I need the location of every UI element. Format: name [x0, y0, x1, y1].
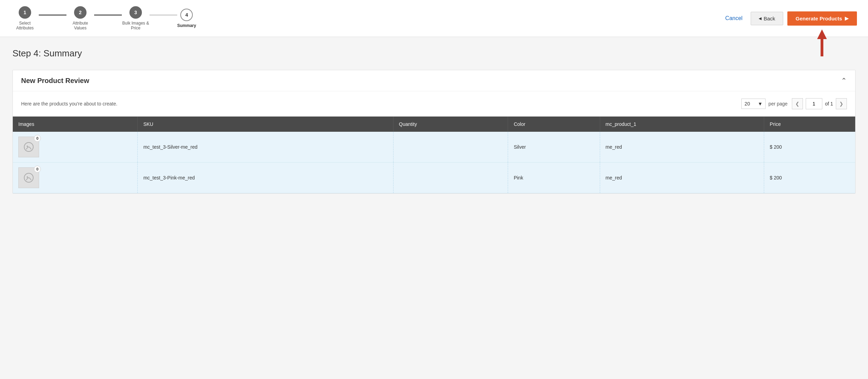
- per-page-label: per page: [768, 101, 787, 107]
- dropdown-icon: ▼: [758, 101, 763, 107]
- quantity-cell-0: [393, 132, 508, 163]
- svg-point-1: [27, 146, 28, 147]
- pagination-controls: 20 ▼ per page ❮ of 1 ❯: [741, 98, 847, 109]
- price-cell-0: $ 200: [764, 132, 855, 163]
- wizard-steps: 1 Select Attributes 2 Attribute Values 3…: [11, 6, 196, 30]
- image-thumbnail: 0: [18, 167, 39, 188]
- mc-product-cell-1: me_red: [600, 163, 764, 193]
- color-cell-1: Pink: [508, 163, 600, 193]
- step-4-circle: 4: [180, 9, 193, 21]
- col-color: Color: [508, 117, 600, 132]
- generate-products-button[interactable]: Generate Products: [787, 11, 857, 26]
- page-number-input[interactable]: [806, 98, 822, 109]
- product-description-bar: Here are the products you're about to cr…: [13, 91, 855, 117]
- sku-cell-0: mc_test_3-Silver-me_red: [138, 132, 393, 163]
- svg-point-3: [27, 176, 28, 178]
- step-2-circle: 2: [74, 6, 87, 19]
- image-cell-1: 0: [13, 163, 138, 193]
- table-row: 0 mc_test_3-Silver-me_redSilverme_red$ 2…: [13, 132, 855, 163]
- description-text: Here are the products you're about to cr…: [21, 101, 117, 107]
- price-cell-1: $ 200: [764, 163, 855, 193]
- per-page-select[interactable]: 20 ▼: [741, 99, 766, 109]
- step-1-label: Select Attributes: [11, 21, 39, 30]
- header-actions: Cancel Back Generate Products: [721, 11, 857, 26]
- step-3-label: Bulk Images & Price: [122, 21, 150, 30]
- back-button[interactable]: Back: [751, 12, 783, 25]
- col-sku: SKU: [138, 117, 393, 132]
- page-title: Step 4: Summary: [12, 48, 856, 59]
- product-table: Images SKU Quantity Color mc_product_1 P…: [13, 117, 855, 193]
- step-4-label: Summary: [177, 23, 196, 28]
- section-card: New Product Review ⌃ Here are the produc…: [12, 70, 856, 194]
- step-1: 1 Select Attributes: [11, 6, 39, 30]
- next-page-button[interactable]: ❯: [836, 98, 847, 109]
- connector-3: [150, 15, 177, 16]
- col-quantity: Quantity: [393, 117, 508, 132]
- arrow-head: [817, 29, 827, 39]
- color-cell-0: Silver: [508, 132, 600, 163]
- sku-cell-1: mc_test_3-Pink-me_red: [138, 163, 393, 193]
- connector-1: [39, 15, 66, 16]
- wizard-header: 1 Select Attributes 2 Attribute Values 3…: [0, 0, 868, 37]
- table-header-row: Images SKU Quantity Color mc_product_1 P…: [13, 117, 855, 132]
- prev-page-button[interactable]: ❮: [792, 98, 803, 109]
- image-count-badge: 0: [34, 135, 41, 142]
- connector-2: [94, 15, 122, 16]
- step-2-label: Attribute Values: [66, 21, 94, 30]
- image-thumbnail: 0: [18, 137, 39, 157]
- page-of-text: of 1: [825, 101, 833, 107]
- step-4: 4 Summary: [177, 9, 196, 28]
- col-mc-product: mc_product_1: [600, 117, 764, 132]
- image-wrapper: 0: [18, 167, 132, 188]
- mc-product-cell-0: me_red: [600, 132, 764, 163]
- per-page-value: 20: [744, 101, 750, 107]
- step-3-circle: 3: [129, 6, 142, 19]
- main-content: Step 4: Summary New Product Review ⌃ Her…: [0, 37, 868, 205]
- collapse-button[interactable]: ⌃: [841, 76, 847, 85]
- image-cell-0: 0: [13, 132, 138, 163]
- section-title: New Product Review: [21, 77, 89, 85]
- image-count-badge: 0: [34, 166, 41, 173]
- step-2: 2 Attribute Values: [66, 6, 94, 30]
- table-row: 0 mc_test_3-Pink-me_redPinkme_red$ 200: [13, 163, 855, 193]
- step-3: 3 Bulk Images & Price: [122, 6, 150, 30]
- image-wrapper: 0: [18, 137, 132, 157]
- generate-button-wrapper: Generate Products: [787, 11, 857, 26]
- arrow-shaft: [821, 39, 823, 56]
- col-price: Price: [764, 117, 855, 132]
- section-header: New Product Review ⌃: [13, 70, 855, 91]
- cancel-button[interactable]: Cancel: [721, 13, 747, 24]
- quantity-cell-1: [393, 163, 508, 193]
- step-1-circle: 1: [19, 6, 31, 19]
- col-images: Images: [13, 117, 138, 132]
